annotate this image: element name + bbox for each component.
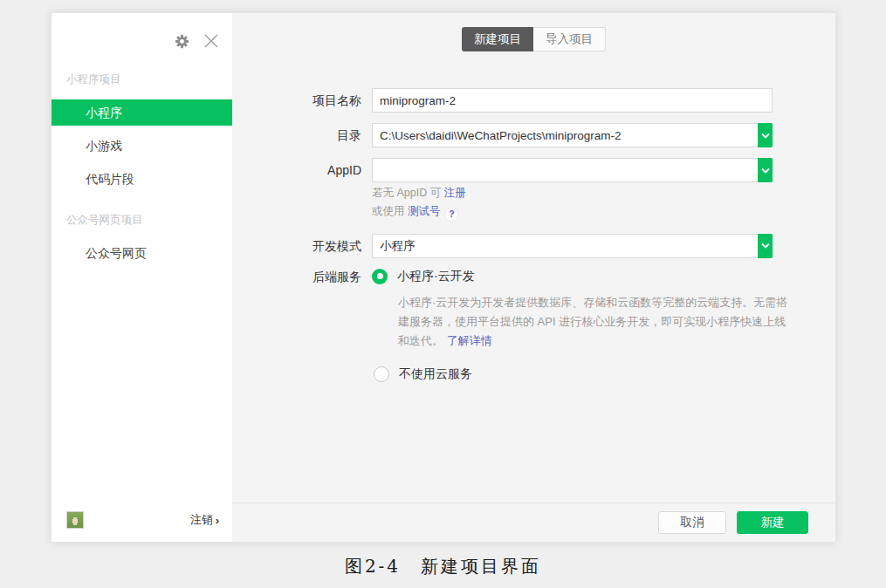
cancel-button[interactable]: 取消 <box>658 511 726 534</box>
chevron-down-icon <box>761 243 770 249</box>
appid-helper-line1: 若无 AppID 可 注册 <box>372 184 835 202</box>
directory-row: 目录 <box>232 123 835 147</box>
new-project-dialog: 小程序项目 小程序 小游戏 代码片段 公众号网页项目 公众号网页 注销 › 新建… <box>51 12 836 543</box>
figure-caption: 图2-4 新建项目界面 <box>0 555 886 578</box>
backend-service-label: 后端服务 <box>232 269 361 382</box>
main-panel: 新建项目 导入项目 项目名称 目录 <box>232 13 835 542</box>
radio-no-cloud-label: 不使用云服务 <box>399 366 472 382</box>
test-account-link[interactable]: 测试号 <box>408 205 441 217</box>
new-project-form: 项目名称 目录 AppID <box>232 88 835 382</box>
radio-no-cloud[interactable]: 不使用云服务 <box>374 366 782 382</box>
radio-unselected-icon <box>374 366 389 382</box>
radio-cloud-dev[interactable]: 小程序·云开发 <box>372 269 782 284</box>
logout-label: 注销 <box>190 512 213 528</box>
appid-input[interactable] <box>372 158 773 182</box>
radio-selected-icon <box>372 269 388 284</box>
directory-label: 目录 <box>232 123 361 147</box>
appid-row: AppID <box>232 158 835 182</box>
radio-cloud-dev-label: 小程序·云开发 <box>397 269 475 284</box>
chevron-down-icon <box>761 133 770 139</box>
chevron-down-icon <box>761 168 770 174</box>
tab-import-project[interactable]: 导入项目 <box>533 27 606 51</box>
project-name-row: 项目名称 <box>232 88 835 113</box>
logout-link[interactable]: 注销 › <box>190 512 219 528</box>
sidebar-item-miniprogram[interactable]: 小程序 <box>52 99 232 126</box>
sidebar-item-minigame[interactable]: 小游戏 <box>52 133 232 159</box>
appid-helper: 若无 AppID 可 注册 或使用 测试号? <box>372 184 835 222</box>
settings-gear-icon[interactable] <box>173 32 190 50</box>
sidebar-item-official-webpage[interactable]: 公众号网页 <box>52 240 232 266</box>
dev-mode-dropdown-button[interactable] <box>758 234 773 258</box>
sidebar-section-official-account: 公众号网页项目 <box>66 213 232 228</box>
tab-bar: 新建项目 导入项目 <box>232 13 835 51</box>
create-button[interactable]: 新建 <box>737 511 808 534</box>
dev-mode-label: 开发模式 <box>232 234 361 258</box>
learn-more-link[interactable]: 了解详情 <box>447 334 492 347</box>
directory-input[interactable] <box>372 123 773 147</box>
backend-service-row: 后端服务 小程序·云开发 小程序·云开发为开发者提供数据库、存储和云函数等完整的… <box>232 269 835 382</box>
tab-new-project[interactable]: 新建项目 <box>462 27 533 51</box>
register-link[interactable]: 注册 <box>444 187 466 199</box>
close-icon[interactable] <box>203 32 220 50</box>
project-name-label: 项目名称 <box>232 88 361 113</box>
chevron-right-icon: › <box>216 514 219 527</box>
appid-label: AppID <box>232 158 361 182</box>
dev-mode-select[interactable] <box>372 234 773 258</box>
appid-dropdown-button[interactable] <box>758 158 773 182</box>
sidebar-item-code-snippet[interactable]: 代码片段 <box>52 166 232 192</box>
sidebar-topbar <box>52 13 232 51</box>
cloud-dev-description: 小程序·云开发为开发者提供数据库、存储和云函数等完整的云端支持。无需搭建服务器，… <box>398 293 793 351</box>
project-type-sidebar: 小程序项目 小程序 小游戏 代码片段 公众号网页项目 公众号网页 注销 › <box>52 13 232 542</box>
help-question-icon[interactable]: ? <box>444 208 458 222</box>
dialog-footer: 取消 新建 <box>232 503 835 542</box>
directory-dropdown-button[interactable] <box>758 123 773 147</box>
appid-helper-line2: 或使用 测试号? <box>372 202 835 222</box>
sidebar-section-miniprogram: 小程序项目 <box>66 72 232 87</box>
project-name-input[interactable] <box>372 88 773 113</box>
user-avatar[interactable] <box>66 511 84 529</box>
sidebar-bottom-bar: 注销 › <box>52 505 232 542</box>
dev-mode-row: 开发模式 <box>232 234 835 258</box>
